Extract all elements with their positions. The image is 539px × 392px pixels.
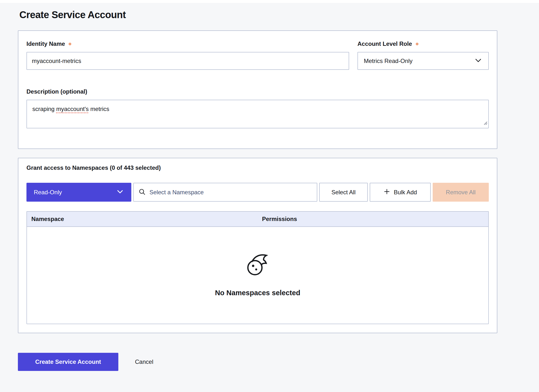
identity-name-input[interactable] [26, 52, 349, 70]
required-dot-icon [69, 43, 71, 45]
namespaces-table: Namespace Permissions No Namespaces sele… [26, 211, 489, 324]
select-all-button[interactable]: Select All [319, 183, 368, 202]
remove-all-button[interactable]: Remove All [433, 183, 489, 202]
bulk-add-button[interactable]: Bulk Add [370, 183, 431, 202]
chevron-down-icon [116, 188, 124, 197]
column-header-namespace: Namespace [27, 216, 258, 222]
namespaces-heading: Grant access to Namespaces (0 of 443 sel… [26, 164, 489, 172]
form-actions: Create Service Account Cancel [18, 353, 497, 371]
remove-all-label: Remove All [446, 189, 476, 196]
create-service-account-button[interactable]: Create Service Account [18, 353, 118, 371]
identity-card: Identity Name Account Level Role Metrics… [18, 30, 497, 149]
account-level-role-select[interactable]: Metrics Read-Only [357, 52, 489, 70]
description-text-misspelled: myaccount's [56, 106, 89, 112]
namespaces-toolbar: Read-Only Select All Bulk Add [26, 183, 489, 202]
page-container: Create Service Account Identity Name Acc… [18, 9, 497, 371]
account-level-role-value: Metrics Read-Only [364, 58, 413, 64]
select-all-label: Select All [331, 189, 356, 196]
bulk-add-label: Bulk Add [394, 189, 417, 196]
required-dot-icon [416, 43, 418, 45]
permission-dropdown-value: Read-Only [34, 189, 62, 196]
search-icon [138, 188, 146, 197]
description-text-prefix: scraping [32, 106, 56, 112]
page-title: Create Service Account [19, 9, 497, 21]
namespaces-table-body: No Namespaces selected [27, 227, 488, 324]
description-textarea[interactable]: scraping myaccount's metrics [26, 100, 489, 128]
column-header-permissions: Permissions [258, 216, 489, 222]
account-level-role-label: Account Level Role [357, 40, 412, 47]
textarea-resize-handle-icon[interactable] [483, 119, 488, 127]
chevron-down-icon [474, 56, 482, 66]
empty-state-message: No Namespaces selected [215, 289, 300, 297]
top-strip [0, 0, 539, 3]
namespace-search-input[interactable] [149, 189, 312, 196]
namespaces-table-header: Namespace Permissions [27, 212, 488, 227]
identity-name-field-group: Identity Name [26, 40, 349, 70]
plus-icon [383, 188, 390, 196]
account-level-role-field-group: Account Level Role Metrics Read-Only [357, 40, 489, 70]
description-field-group: Description (optional) scraping myaccoun… [26, 88, 489, 128]
cancel-button[interactable]: Cancel [135, 358, 153, 365]
namespaces-card: Grant access to Namespaces (0 of 443 sel… [18, 158, 497, 333]
identity-name-label: Identity Name [26, 40, 65, 47]
comet-icon [247, 254, 269, 278]
description-label: Description (optional) [26, 88, 87, 95]
description-text-suffix: metrics [89, 106, 109, 112]
namespace-search-box [133, 183, 317, 202]
permission-dropdown[interactable]: Read-Only [26, 183, 131, 202]
